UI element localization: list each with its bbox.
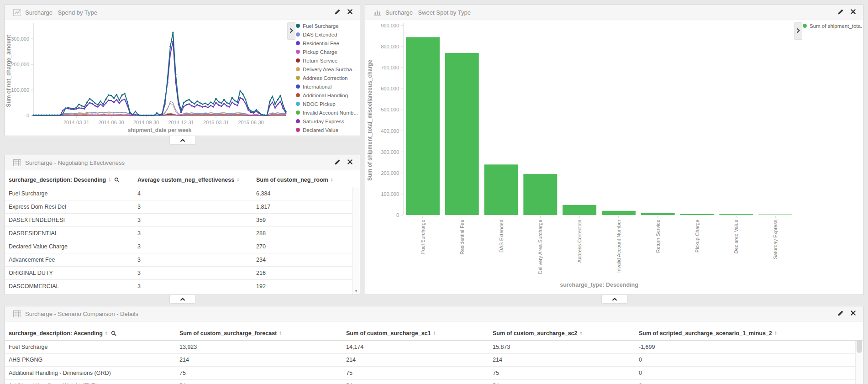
data-point bbox=[132, 114, 133, 116]
chart-legend: Fuel SurchargeDAS ExtendedResidential Fe… bbox=[296, 21, 360, 134]
legend-item[interactable]: NDOC Pickup bbox=[296, 100, 360, 108]
legend-swatch bbox=[296, 50, 300, 54]
table-body: Fuel Surcharge13,92314,17415,873-1,699AH… bbox=[5, 341, 855, 384]
edit-panel-button[interactable] bbox=[837, 310, 844, 317]
legend-item[interactable]: Address Correction bbox=[296, 74, 360, 82]
edit-panel-button[interactable] bbox=[334, 9, 341, 16]
scrollbar[interactable]: ▲ ▼ bbox=[352, 172, 360, 295]
data-point bbox=[218, 104, 219, 105]
x-tick-label: Fuel Surcharge bbox=[420, 220, 426, 254]
data-point bbox=[116, 94, 117, 95]
data-point bbox=[119, 100, 120, 101]
collapse-panel-button[interactable] bbox=[169, 136, 196, 145]
bar[interactable] bbox=[563, 205, 596, 215]
legend-item[interactable]: Fuel Surcharge bbox=[296, 21, 360, 30]
legend-item[interactable]: Pickup Charge bbox=[296, 47, 360, 56]
column-header-label: Sum of custom_surcharge_forecast bbox=[179, 330, 277, 337]
data-point bbox=[213, 103, 214, 105]
data-point bbox=[186, 100, 187, 101]
table-row[interactable]: DASCOMMERCIAL3192 bbox=[5, 280, 352, 293]
collapse-legend-button[interactable] bbox=[794, 22, 802, 40]
collapse-legend-button[interactable] bbox=[287, 22, 295, 40]
data-point bbox=[78, 107, 79, 109]
legend-item[interactable]: Additional Handling bbox=[296, 91, 360, 100]
legend-item[interactable]: DAS Extended bbox=[296, 30, 360, 39]
collapse-panel-button[interactable] bbox=[601, 295, 628, 304]
collapse-panel-button[interactable] bbox=[169, 295, 196, 304]
column-header[interactable]: surcharge_description: Ascending▲▼ bbox=[9, 330, 175, 337]
panel-titlebar: Surcharge - Sweet Spot by Type bbox=[365, 5, 863, 20]
legend-swatch bbox=[296, 93, 300, 97]
legend-item[interactable]: Declared Value bbox=[296, 126, 360, 134]
legend-label: Sum of shipment_tota.. bbox=[810, 23, 862, 29]
bar[interactable] bbox=[406, 37, 440, 215]
legend-item[interactable]: Return Service bbox=[296, 56, 360, 65]
table-cell: 288 bbox=[256, 227, 350, 240]
close-panel-button[interactable] bbox=[347, 9, 353, 16]
scroll-down-icon[interactable]: ▼ bbox=[352, 289, 360, 293]
table-cell: 3 bbox=[137, 200, 252, 213]
column-header[interactable]: Sum of scripted_surcharge_scenario_1_min… bbox=[639, 330, 853, 337]
bar[interactable] bbox=[758, 215, 792, 215]
bar[interactable] bbox=[641, 213, 675, 215]
bar[interactable] bbox=[445, 53, 479, 215]
table-row[interactable]: Advancement Fee3234 bbox=[5, 253, 352, 267]
column-header[interactable]: Sum of custom_surcharge_forecast▲▼ bbox=[179, 330, 342, 337]
data-point bbox=[242, 93, 243, 95]
data-point bbox=[35, 115, 37, 116]
legend-item[interactable]: International bbox=[296, 82, 360, 91]
data-point bbox=[175, 74, 176, 75]
table-row[interactable]: Express Dom Resi Del31,817 bbox=[5, 200, 352, 214]
panel-titlebar: Surcharge - Scenario Comparison - Detail… bbox=[5, 306, 863, 321]
line-series bbox=[33, 42, 286, 116]
data-point bbox=[70, 108, 72, 109]
table-row[interactable]: DASEXTENDEDRESI3359 bbox=[5, 214, 352, 227]
bar[interactable] bbox=[484, 164, 518, 215]
y-tick-label: 900,000 bbox=[381, 23, 399, 28]
legend-item[interactable]: Sum of shipment_tota.. bbox=[803, 21, 862, 30]
data-point bbox=[100, 104, 101, 105]
table-row[interactable]: ORIGINAL DUTY3216 bbox=[5, 267, 352, 280]
chevron-right-icon bbox=[796, 28, 800, 33]
edit-panel-button[interactable] bbox=[837, 9, 844, 16]
close-icon bbox=[851, 9, 856, 14]
column-header[interactable]: Sum of custom_surcharge_sc2▲▼ bbox=[493, 330, 634, 337]
table-cell: 6,384 bbox=[256, 187, 350, 200]
legend-item[interactable]: Residential Fee bbox=[296, 39, 360, 47]
bar[interactable] bbox=[719, 214, 753, 215]
data-point bbox=[247, 107, 249, 109]
bar[interactable] bbox=[602, 211, 636, 215]
table-row[interactable]: Fuel Surcharge13,92314,17415,873-1,699 bbox=[5, 341, 855, 354]
edit-panel-button[interactable] bbox=[334, 159, 341, 166]
legend-item[interactable]: Delivery Area Surcha... bbox=[296, 65, 360, 74]
legend-swatch bbox=[296, 128, 300, 132]
x-tick-label: Residential Fee bbox=[459, 220, 465, 254]
bar[interactable] bbox=[680, 214, 714, 215]
table-row[interactable]: AHS PKGNG2142142140 bbox=[5, 354, 855, 367]
close-panel-button[interactable] bbox=[347, 159, 353, 166]
bar[interactable] bbox=[523, 174, 557, 215]
data-point bbox=[194, 103, 195, 105]
table-row[interactable]: Additional Handling - Dimensions (GRD)75… bbox=[5, 367, 855, 380]
table-row[interactable]: Declared Value Charge3270 bbox=[5, 240, 352, 253]
column-header[interactable]: Sum of custom_surcharge_sc1▲▼ bbox=[346, 330, 488, 337]
close-panel-button[interactable] bbox=[850, 9, 857, 16]
data-point bbox=[274, 107, 276, 109]
table-row[interactable]: Fuel Surcharge46,384 bbox=[5, 187, 352, 200]
data-point bbox=[86, 105, 88, 106]
column-header[interactable]: surcharge_description: Descending▲▼ bbox=[9, 177, 129, 183]
column-header-label: surcharge_description: Ascending bbox=[9, 330, 103, 337]
table-cell: 54 bbox=[493, 380, 634, 384]
search-icon[interactable] bbox=[111, 331, 116, 336]
table-row[interactable]: DASRESIDENTIAL3288 bbox=[5, 227, 352, 240]
data-point bbox=[73, 108, 74, 110]
column-header[interactable]: Average custom_neg_effectiveness▲▼ bbox=[137, 177, 252, 183]
legend-item[interactable]: Invalid Account Numb... bbox=[296, 108, 360, 117]
close-panel-button[interactable] bbox=[850, 310, 857, 317]
legend-item[interactable]: Saturday Express bbox=[296, 117, 360, 126]
column-header[interactable]: Sum of custom_neg_room▲▼ bbox=[256, 177, 350, 183]
table-row[interactable]: Additional Handling - Weight (EXP)545454… bbox=[5, 380, 855, 384]
legend-label: DAS Extended bbox=[303, 32, 337, 37]
legend-label: Declared Value bbox=[303, 127, 338, 133]
search-icon[interactable] bbox=[114, 177, 120, 183]
